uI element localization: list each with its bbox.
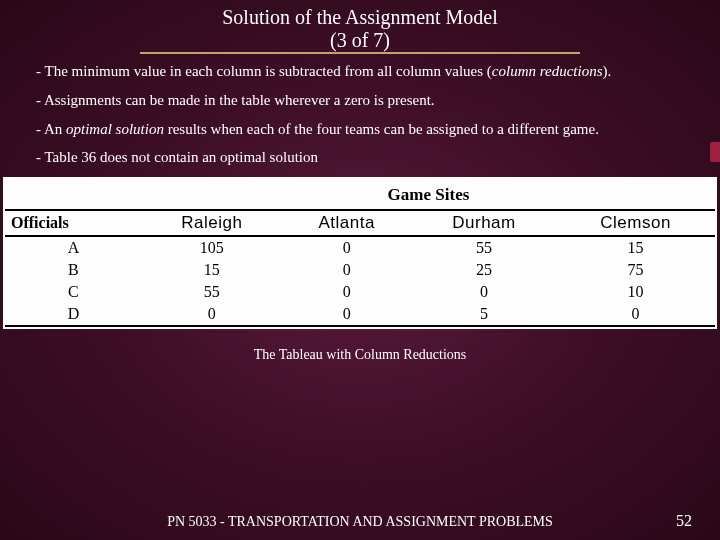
- side-tab-decor: [710, 142, 720, 162]
- col-raleigh: Raleigh: [142, 210, 282, 236]
- table-row: D 0 0 5 0: [5, 303, 715, 326]
- table-row-label-header: Officials: [5, 210, 142, 236]
- row-a-v0: 105: [142, 236, 282, 259]
- row-d-label: D: [5, 303, 142, 326]
- row-c-v3: 10: [556, 281, 715, 303]
- row-a-v2: 55: [412, 236, 556, 259]
- row-a-v1: 0: [282, 236, 412, 259]
- slide-title-line2: (3 of 7): [140, 29, 580, 52]
- row-a-label: A: [5, 236, 142, 259]
- col-clemson: Clemson: [556, 210, 715, 236]
- row-b-v2: 25: [412, 259, 556, 281]
- row-d-v2: 5: [412, 303, 556, 326]
- footer-course: PN 5033 - TRANSPORTATION AND ASSIGNMENT …: [0, 514, 720, 530]
- tableau-table-wrap: Game Sites Officials Raleigh Atlanta Dur…: [3, 177, 717, 329]
- bullet-4: - Table 36 does not contain an optimal s…: [8, 148, 712, 167]
- row-b-v1: 0: [282, 259, 412, 281]
- table-header-row: Officials Raleigh Atlanta Durham Clemson: [5, 210, 715, 236]
- col-atlanta: Atlanta: [282, 210, 412, 236]
- bullet-1-italic: column reductions: [492, 63, 603, 79]
- row-b-v3: 75: [556, 259, 715, 281]
- slide-title-line1: Solution of the Assignment Model: [140, 6, 580, 29]
- bullet-1-text-a: - The minimum value in each column is su…: [36, 63, 492, 79]
- bullet-2: - Assignments can be made in the table w…: [8, 91, 712, 110]
- table-row: C 55 0 0 10: [5, 281, 715, 303]
- slide-footer: PN 5033 - TRANSPORTATION AND ASSIGNMENT …: [0, 514, 720, 530]
- row-a-v3: 15: [556, 236, 715, 259]
- bullet-1-text-c: ).: [603, 63, 612, 79]
- row-d-v3: 0: [556, 303, 715, 326]
- table-supertitle: Game Sites: [142, 183, 715, 210]
- row-d-v0: 0: [142, 303, 282, 326]
- footer-page-number: 52: [676, 512, 692, 530]
- bullet-3: - An optimal solution results when each …: [8, 120, 712, 139]
- table-caption: The Tableau with Column Reductions: [0, 347, 720, 363]
- row-b-label: B: [5, 259, 142, 281]
- tableau-table: Game Sites Officials Raleigh Atlanta Dur…: [5, 183, 715, 327]
- row-b-v0: 15: [142, 259, 282, 281]
- row-c-v2: 0: [412, 281, 556, 303]
- body-text: - The minimum value in each column is su…: [0, 62, 720, 167]
- table-row: A 105 0 55 15: [5, 236, 715, 259]
- table-row: B 15 0 25 75: [5, 259, 715, 281]
- row-d-v1: 0: [282, 303, 412, 326]
- bullet-1: - The minimum value in each column is su…: [8, 62, 712, 81]
- bullet-3-text-c: results when each of the four teams can …: [164, 121, 599, 137]
- col-durham: Durham: [412, 210, 556, 236]
- bullet-3-text-a: - An: [36, 121, 66, 137]
- bullet-3-italic: optimal solution: [66, 121, 164, 137]
- row-c-v0: 55: [142, 281, 282, 303]
- row-c-v1: 0: [282, 281, 412, 303]
- row-c-label: C: [5, 281, 142, 303]
- slide-title-block: Solution of the Assignment Model (3 of 7…: [140, 0, 580, 54]
